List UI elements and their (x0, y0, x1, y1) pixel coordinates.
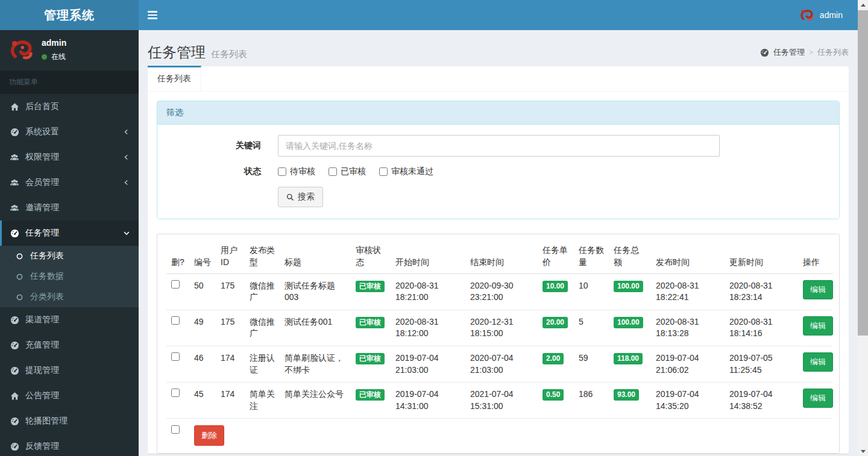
tab-task-list[interactable]: 任务列表 (148, 66, 201, 91)
publish-type-cell: 注册认证 (245, 346, 280, 382)
sidebar-item-home[interactable]: 后台首页 (0, 94, 139, 119)
breadcrumb-current: 任务列表 (817, 47, 849, 58)
sidebar-item-recharge[interactable]: 充值管理 (0, 333, 139, 358)
scroll-up-arrow-icon[interactable] (858, 0, 868, 10)
gauge-icon (9, 316, 20, 325)
update-time-cell: 2020-08-31 18:14:16 (725, 310, 798, 346)
total-badge: 93.00 (614, 389, 639, 401)
task-id-cell: 45 (189, 383, 216, 419)
task-table-body: 50 175 微信推广 测试任务标题003 已审核 2020-08-31 18:… (166, 273, 833, 419)
brand-title: 管理系统 (44, 7, 95, 23)
user-panel: admin 在线 (0, 30, 139, 70)
status-cell: 已审核 (351, 273, 391, 310)
publish-type-cell: 微信推广 (245, 310, 280, 346)
navbar: admin (139, 0, 868, 30)
sidebar-subitem-category-list[interactable]: 分类列表 (0, 287, 139, 307)
column-header: 标题 (280, 239, 351, 273)
publish-time-cell: 2020-08-31 18:13:28 (651, 310, 725, 346)
column-header: 编号 (189, 239, 216, 273)
sidebar-item-members[interactable]: 会员管理 (0, 170, 139, 195)
price-badge: 0.50 (542, 389, 564, 401)
status-option-approved[interactable]: 已审核 (329, 166, 366, 177)
hamburger-icon[interactable] (139, 0, 166, 30)
keyword-input[interactable] (278, 135, 720, 157)
sidebar-subitem-task-list[interactable]: 任务列表 (0, 246, 139, 266)
status-label: 状态 (166, 166, 278, 177)
task-title-cell: 简单刷脸认证，不绑卡 (280, 346, 351, 382)
filter-panel: 筛选 关键词 状态 待审核 (157, 101, 840, 219)
chevron-left-icon (123, 128, 130, 136)
edit-button[interactable]: 编辑 (803, 316, 833, 336)
status-option-rejected[interactable]: 审核未通过 (379, 166, 433, 177)
sidebar-item-system-settings[interactable]: 系统设置 (0, 119, 139, 145)
sidebar-item-permissions[interactable]: 权限管理 (0, 145, 139, 170)
task-count-cell: 10 (574, 273, 609, 310)
publish-time-cell: 2019-07-04 14:35:20 (651, 383, 725, 419)
sidebar-item-announcements[interactable]: 公告管理 (0, 383, 139, 408)
breadcrumb-separator: > (809, 48, 813, 57)
rejected-checkbox[interactable] (379, 167, 388, 176)
select-all-checkbox[interactable] (171, 425, 180, 434)
task-id-cell: 46 (189, 346, 216, 382)
total-amount-cell: 93.00 (609, 383, 651, 419)
column-header: 发布类型 (245, 239, 280, 273)
content-area: 任务管理 任务列表 任务管理 > 任务列表 任务列表 筛选 关键词 (139, 30, 858, 456)
users-icon (9, 204, 20, 213)
edit-button[interactable]: 编辑 (803, 280, 833, 299)
sidebar-item-tasks[interactable]: 任务管理 (0, 220, 139, 246)
total-amount-cell: 118.00 (609, 346, 651, 382)
status-cell: 已审核 (351, 346, 391, 382)
tab-widget: 任务列表 筛选 关键词 状态 待审核 (148, 66, 849, 454)
pending-checkbox[interactable] (278, 167, 286, 176)
tab-bar: 任务列表 (148, 66, 849, 92)
brand-logo[interactable]: 管理系统 (0, 0, 139, 30)
row-select-checkbox[interactable] (171, 316, 180, 325)
filter-panel-title: 筛选 (157, 101, 839, 125)
circle-icon (14, 252, 25, 260)
delete-button[interactable]: 删除 (194, 425, 224, 446)
search-icon (286, 193, 294, 201)
keyword-label: 关键词 (166, 140, 278, 151)
end-time-cell: 2020-09-30 23:21:00 (465, 273, 538, 310)
end-time-cell: 2020-07-04 21:03:00 (465, 346, 538, 382)
unit-price-cell: 20.00 (538, 310, 574, 346)
tasks-submenu: 任务列表 任务数据 分类列表 (0, 246, 139, 307)
price-badge: 20.00 (542, 317, 568, 328)
edit-button[interactable]: 编辑 (803, 389, 833, 408)
start-time-cell: 2020-08-31 18:12:00 (391, 310, 465, 346)
sidebar-item-feedback[interactable]: 反馈管理 (0, 434, 139, 456)
gauge-icon (9, 442, 20, 451)
status-option-pending[interactable]: 待审核 (278, 166, 315, 177)
sidebar-subitem-task-data[interactable]: 任务数据 (0, 266, 139, 287)
topbar-username: admin (820, 10, 843, 20)
row-select-checkbox[interactable] (171, 389, 180, 397)
breadcrumb-section[interactable]: 任务管理 (773, 47, 805, 58)
start-time-cell: 2019-07-04 14:31:00 (391, 383, 465, 419)
column-header: 开始时间 (391, 239, 465, 273)
column-header: 审核状态 (351, 239, 391, 273)
column-header: 用户ID (216, 239, 245, 273)
sidebar-item-carousel[interactable]: 轮播图管理 (0, 408, 139, 434)
sidebar-item-withdrawals[interactable]: 提现管理 (0, 358, 139, 383)
unit-price-cell: 2.00 (538, 346, 574, 382)
status-badge: 已审核 (356, 389, 385, 401)
column-header: 任务单价 (538, 239, 574, 273)
edit-button[interactable]: 编辑 (803, 352, 833, 372)
row-select-checkbox[interactable] (171, 352, 180, 361)
topbar-user-menu[interactable]: admin (793, 0, 849, 30)
sidebar-item-invitations[interactable]: 邀请管理 (0, 195, 139, 220)
home-icon (9, 102, 20, 111)
scrollbar-thumb[interactable] (858, 10, 868, 336)
tab-content: 筛选 关键词 状态 待审核 (148, 92, 849, 454)
status-badge: 已审核 (356, 317, 385, 328)
price-badge: 2.00 (542, 353, 564, 364)
row-select-checkbox[interactable] (171, 280, 180, 289)
gauge-icon (760, 48, 769, 57)
avatar-logo-icon (7, 36, 34, 63)
gauge-icon (9, 366, 20, 375)
approved-checkbox[interactable] (329, 167, 337, 176)
actions-cell: 编辑 (798, 310, 833, 346)
scroll-down-arrow-icon[interactable] (858, 446, 868, 456)
sidebar-item-channels[interactable]: 渠道管理 (0, 307, 139, 333)
search-button[interactable]: 搜索 (278, 187, 323, 207)
